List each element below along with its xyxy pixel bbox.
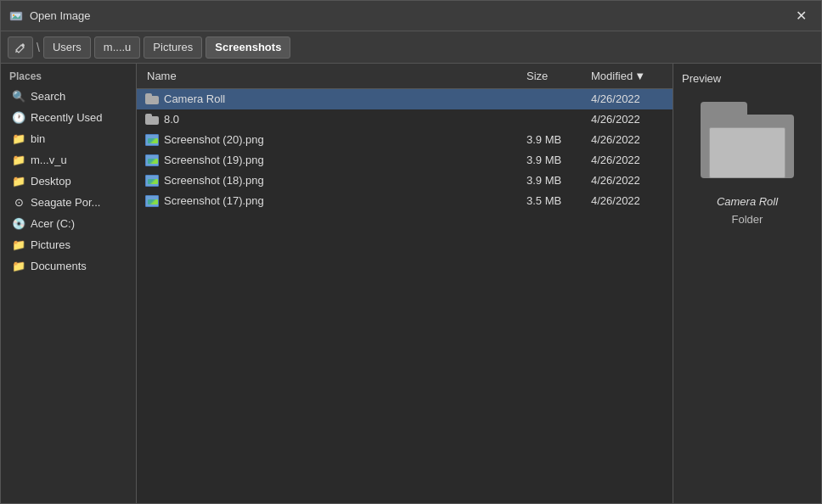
file-area: Name Size Modified ▼ Camera Roll 4/26/20… <box>137 64 673 503</box>
cell-modified: 4/26/2022 <box>588 92 673 105</box>
breadcrumb-sep-0: \ <box>37 41 40 54</box>
column-name[interactable]: Name <box>137 70 520 82</box>
image-icon <box>145 175 159 187</box>
cell-modified: 4/26/2022 <box>588 194 673 207</box>
cell-name: 8.0 <box>137 113 520 126</box>
preview-label: Preview <box>682 72 721 85</box>
edit-icon <box>14 42 26 53</box>
folder-icon <box>145 114 159 125</box>
image-icon <box>145 154 159 166</box>
cell-size: 3.9 MB <box>520 154 588 166</box>
window-title: Open Image <box>30 9 91 22</box>
file-list-header: Name Size Modified ▼ <box>137 64 673 89</box>
cell-name: Screenshot (18).png <box>137 174 520 187</box>
breadcrumb-bar: \ Users m....u Pictures Screenshots <box>1 31 821 64</box>
sidebar-label-bin: bin <box>31 132 45 145</box>
sidebar: Places 🔍 Search 🕐 Recently Used 📁 bin 📁 … <box>1 64 137 503</box>
sidebar-item-seagate[interactable]: ⊙ Seagate Por... <box>3 193 133 212</box>
preview-panel: Preview Camera Roll Folder <box>673 64 821 503</box>
sidebar-item-desktop[interactable]: 📁 Desktop <box>3 171 133 191</box>
folder-icon-pictures: 📁 <box>12 238 25 251</box>
cell-modified: 4/26/2022 <box>588 113 673 126</box>
preview-folder-icon <box>701 102 794 178</box>
main-area: Places 🔍 Search 🕐 Recently Used 📁 bin 📁 … <box>1 64 821 503</box>
folder-icon-documents: 📁 <box>12 260 25 272</box>
folder-icon <box>145 93 159 104</box>
image-icon <box>145 195 159 207</box>
sidebar-item-documents[interactable]: 📁 Documents <box>3 256 133 276</box>
clock-icon: 🕐 <box>12 111 25 124</box>
preview-folder-front <box>709 127 785 178</box>
app-icon <box>9 9 23 23</box>
cell-size: 3.9 MB <box>520 174 588 187</box>
column-modified[interactable]: Modified ▼ <box>588 70 673 82</box>
search-icon: 🔍 <box>12 90 25 103</box>
table-row[interactable]: 8.0 4/26/2022 <box>137 109 673 130</box>
cell-size: 3.5 MB <box>520 194 588 207</box>
folder-icon-user: 📁 <box>12 154 25 166</box>
sidebar-item-bin[interactable]: 📁 bin <box>3 129 133 148</box>
folder-icon-desktop: 📁 <box>12 175 25 188</box>
preview-selected-type: Folder <box>732 213 763 226</box>
sidebar-item-pictures[interactable]: 📁 Pictures <box>3 235 133 255</box>
preview-selected-name: Camera Roll <box>717 195 778 208</box>
sidebar-item-search[interactable]: 🔍 Search <box>3 87 133 106</box>
sidebar-label-desktop: Desktop <box>31 175 71 188</box>
cell-name: Camera Roll <box>137 92 520 105</box>
sidebar-item-recently-used[interactable]: 🕐 Recently Used <box>3 108 133 127</box>
drive-icon-seagate: ⊙ <box>12 196 25 209</box>
table-row[interactable]: Camera Roll 4/26/2022 <box>137 89 673 109</box>
drive-icon-acer: 💿 <box>12 217 25 230</box>
breadcrumb-users[interactable]: Users <box>43 36 91 59</box>
breadcrumb-screenshots[interactable]: Screenshots <box>206 36 290 59</box>
table-row[interactable]: Screenshot (17).png 3.5 MB 4/26/2022 <box>137 191 673 211</box>
nav-edit-button[interactable] <box>8 36 33 59</box>
cell-size: 3.9 MB <box>520 133 588 146</box>
sidebar-label-user: m...v_u <box>31 154 67 166</box>
sidebar-item-user[interactable]: 📁 m...v_u <box>3 150 133 170</box>
close-button[interactable]: ✕ <box>789 7 813 25</box>
cell-name: Screenshot (17).png <box>137 194 520 207</box>
sidebar-label-acer: Acer (C:) <box>31 217 75 230</box>
svg-point-2 <box>13 14 14 16</box>
sidebar-label-documents: Documents <box>31 260 87 272</box>
cell-name: Screenshot (20).png <box>137 133 520 146</box>
sidebar-item-acer[interactable]: 💿 Acer (C:) <box>3 214 133 233</box>
sidebar-label-search: Search <box>31 90 65 103</box>
cell-name: Screenshot (19).png <box>137 154 520 166</box>
folder-icon-bin: 📁 <box>12 132 25 145</box>
column-size[interactable]: Size <box>520 70 588 82</box>
table-row[interactable]: Screenshot (20).png 3.9 MB 4/26/2022 <box>137 130 673 150</box>
cell-modified: 4/26/2022 <box>588 133 673 146</box>
table-row[interactable]: Screenshot (18).png 3.9 MB 4/26/2022 <box>137 171 673 191</box>
open-image-dialog: Open Image ✕ \ Users m....u Pictures Scr… <box>0 0 822 504</box>
sidebar-label-seagate: Seagate Por... <box>31 196 100 209</box>
title-bar: Open Image ✕ <box>1 1 821 31</box>
cell-modified: 4/26/2022 <box>588 154 673 166</box>
file-list: Camera Roll 4/26/2022 8.0 4/26/2022 <box>137 89 673 503</box>
sidebar-section-places: Places <box>1 64 136 86</box>
preview-folder-tab <box>701 102 747 119</box>
breadcrumb-user-folder[interactable]: m....u <box>94 36 141 59</box>
breadcrumb-pictures[interactable]: Pictures <box>144 36 202 59</box>
sidebar-label-pictures: Pictures <box>31 238 70 251</box>
table-row[interactable]: Screenshot (19).png 3.9 MB 4/26/2022 <box>137 150 673 171</box>
cell-modified: 4/26/2022 <box>588 174 673 187</box>
sidebar-label-recently-used: Recently Used <box>31 111 103 124</box>
sort-indicator: ▼ <box>634 70 645 82</box>
title-bar-left: Open Image <box>9 9 91 23</box>
image-icon <box>145 134 159 146</box>
